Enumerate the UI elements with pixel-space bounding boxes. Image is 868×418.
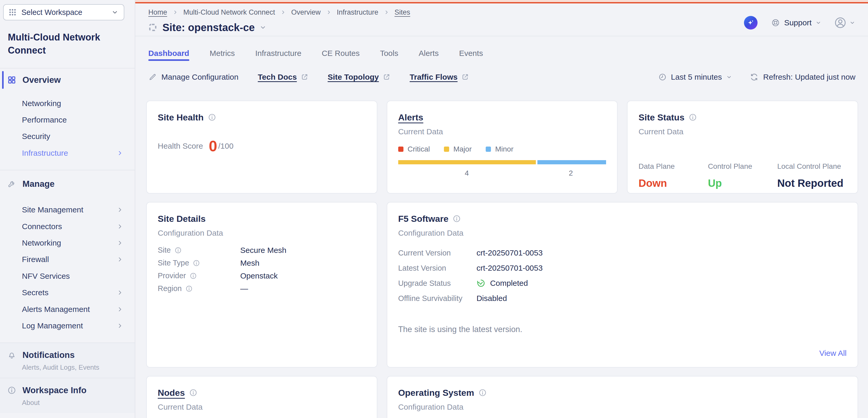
- sidebar-item-connectors[interactable]: Connectors: [0, 218, 135, 235]
- traffic-flows-link[interactable]: Traffic Flows: [410, 72, 469, 82]
- info-icon[interactable]: [185, 285, 193, 292]
- info-icon[interactable]: [478, 388, 487, 397]
- legend-major: Major: [444, 145, 472, 153]
- alerts-bar-value: 4: [398, 169, 535, 177]
- sidebar-group-label: Workspace Info: [23, 385, 87, 395]
- health-score-value: 0: [209, 138, 217, 154]
- tab-tools[interactable]: Tools: [380, 49, 398, 61]
- detail-value: Completed: [476, 276, 846, 291]
- card-subtitle: Configuration Data: [398, 229, 846, 237]
- refresh-button[interactable]: Refresh: Updated just now: [750, 72, 856, 82]
- info-icon[interactable]: [208, 113, 216, 121]
- avatar-icon: [834, 17, 846, 29]
- view-all-link[interactable]: View All: [819, 349, 846, 358]
- sidebar-section-notifications[interactable]: Notifications Alerts, Audit Logs, Events: [0, 343, 135, 378]
- page-header: Home Multi-Cloud Network Connect Overvie…: [135, 3, 868, 36]
- external-link-icon: [301, 73, 308, 81]
- sparkles-icon: [747, 19, 755, 27]
- ai-assistant-button[interactable]: [744, 16, 757, 30]
- tab-alerts[interactable]: Alerts: [418, 49, 439, 61]
- breadcrumb-sites[interactable]: Sites: [395, 8, 410, 17]
- detail-value: Secure Mesh: [240, 244, 366, 257]
- manage-configuration-button[interactable]: Manage Configuration: [148, 72, 239, 82]
- chevron-down-icon: [111, 9, 119, 16]
- site-topology-link[interactable]: Site Topology: [328, 72, 391, 82]
- tab-bar: Dashboard Metrics Infrastructure CE Rout…: [135, 36, 868, 61]
- tab-metrics[interactable]: Metrics: [210, 49, 235, 61]
- workspace-selector[interactable]: Select Workspace: [3, 4, 124, 20]
- clock-icon: [658, 73, 666, 81]
- card-subtitle: Configuration Data: [398, 402, 846, 412]
- support-label: Support: [784, 18, 812, 27]
- sidebar-item-site-management[interactable]: Site Management: [0, 202, 135, 218]
- breadcrumb-infrastructure[interactable]: Infrastructure: [337, 8, 378, 17]
- time-range-selector[interactable]: Last 5 minutes: [658, 72, 732, 82]
- breadcrumb-mcn[interactable]: Multi-Cloud Network Connect: [183, 8, 275, 17]
- dashboard-cards: Site Health Health Score 0 /100 Alerts C…: [146, 100, 858, 418]
- chevron-down-icon[interactable]: [259, 24, 267, 31]
- detail-label: Region: [158, 282, 240, 295]
- alerts-bar-segment-major: [398, 160, 536, 164]
- support-menu[interactable]: Support: [771, 18, 822, 27]
- chevron-right-icon: [280, 9, 286, 15]
- detail-value: Mesh: [240, 257, 366, 269]
- sidebar-item-networking-manage[interactable]: Networking: [0, 235, 135, 251]
- chevron-right-icon: [117, 322, 123, 329]
- info-icon[interactable]: [190, 272, 197, 279]
- card-title: Site Status: [639, 111, 684, 124]
- detail-label: Upgrade Status: [398, 276, 476, 291]
- alerts-bar-values: 42: [398, 169, 606, 177]
- legend-minor: Minor: [486, 145, 514, 153]
- sidebar-item-infrastructure[interactable]: Infrastructure: [0, 145, 135, 161]
- sidebar-group-label: Manage: [23, 179, 55, 189]
- chevron-right-icon: [117, 240, 123, 246]
- sidebar-group-label: Notifications: [23, 350, 75, 360]
- sidebar-item-performance[interactable]: Performance: [0, 112, 135, 128]
- info-icon[interactable]: [689, 113, 697, 121]
- sidebar-item-security[interactable]: Security: [0, 128, 135, 145]
- sidebar-item-log-management[interactable]: Log Management: [0, 318, 135, 334]
- user-menu[interactable]: [834, 17, 856, 29]
- nodes-card-title-link[interactable]: Nodes: [158, 386, 185, 399]
- site-health-card: Site Health Health Score 0 /100: [146, 100, 377, 193]
- sidebar-group-label: Overview: [23, 75, 61, 85]
- info-icon[interactable]: [193, 260, 200, 267]
- sidebar-item-networking[interactable]: Networking: [0, 95, 135, 112]
- site-icon: [148, 23, 157, 32]
- main-content: Home Multi-Cloud Network Connect Overvie…: [135, 0, 868, 418]
- card-title: F5 Software: [398, 212, 448, 226]
- info-icon[interactable]: [175, 247, 182, 254]
- chevron-right-icon: [383, 9, 389, 15]
- tab-ce-routes[interactable]: CE Routes: [322, 49, 360, 61]
- sidebar-item-alerts-management[interactable]: Alerts Management: [0, 301, 135, 318]
- sidebar-item-secrets[interactable]: Secrets: [0, 285, 135, 301]
- sidebar-group-overview[interactable]: Overview: [0, 68, 135, 91]
- tab-events[interactable]: Events: [459, 49, 483, 61]
- alerts-bar-segment-minor: [537, 160, 606, 164]
- app: Select Workspace Multi-Cloud Network Con…: [0, 0, 868, 418]
- bell-icon: [7, 351, 16, 359]
- workspace-selector-label: Select Workspace: [22, 8, 82, 17]
- sidebar-item-firewall[interactable]: Firewall: [0, 251, 135, 268]
- tab-dashboard[interactable]: Dashboard: [148, 49, 189, 61]
- chevron-right-icon: [117, 256, 123, 263]
- sidebar-section-workspace-info[interactable]: Workspace Info About: [0, 378, 135, 413]
- info-icon[interactable]: [189, 388, 197, 397]
- alerts-card-title-link[interactable]: Alerts: [398, 111, 423, 124]
- info-icon[interactable]: [453, 214, 461, 223]
- toolbar: Manage Configuration Tech Docs Site Topo…: [148, 67, 856, 88]
- tech-docs-link[interactable]: Tech Docs: [258, 72, 308, 82]
- sidebar-item-nfv-services[interactable]: NFV Services: [0, 268, 135, 284]
- detail-label: Current Version: [398, 245, 476, 261]
- breadcrumb-home[interactable]: Home: [148, 8, 167, 17]
- tab-infrastructure[interactable]: Infrastructure: [255, 49, 301, 61]
- alerts-card: Alerts Current Data Critical Major Minor…: [387, 100, 618, 193]
- breadcrumb-overview[interactable]: Overview: [291, 8, 321, 17]
- sidebar-group-manage[interactable]: Manage: [0, 170, 135, 198]
- detail-label: Offline Survivability: [398, 291, 476, 306]
- refresh-icon: [750, 73, 758, 81]
- active-group-accent: [2, 71, 4, 89]
- health-score-max: /100: [218, 142, 234, 150]
- operating-system-card: Operating System Configuration Data: [387, 376, 858, 418]
- overview-grid-icon: [7, 76, 16, 84]
